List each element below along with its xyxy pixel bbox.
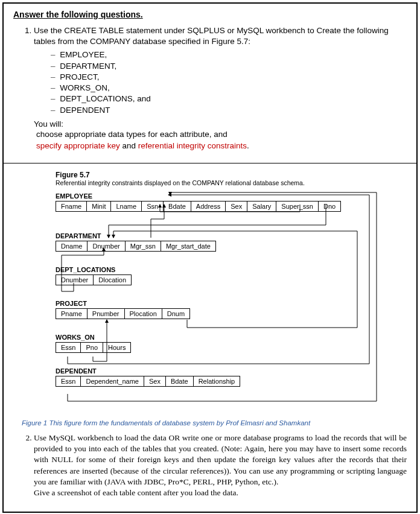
- list-item: DEPARTMENT,: [51, 61, 407, 72]
- col: Relationship: [193, 376, 240, 386]
- page: Answer the following questions. Use the …: [2, 2, 418, 513]
- col: Pname: [56, 308, 88, 319]
- section-heading: Answer the following questions.: [13, 10, 407, 19]
- col: Hours: [103, 342, 131, 352]
- separator: [4, 163, 416, 163]
- list-item: WORKS_ON,: [51, 83, 407, 94]
- col: Essn: [56, 376, 81, 386]
- q1-table-list: EMPLOYEE, DEPARTMENT, PROJECT, WORKS_ON,…: [51, 49, 407, 115]
- q1-text: Use the CREATE TABLE statement under SQL…: [34, 26, 389, 46]
- col: Super_ssn: [276, 201, 319, 211]
- questions-list-2: Use MySQL workbench to load the data OR …: [13, 433, 407, 498]
- col: Dname: [56, 241, 88, 251]
- red-text-1: specify appropriate key: [36, 141, 120, 150]
- list-item: DEPENDENT: [51, 105, 407, 116]
- question-1: Use the CREATE TABLE statement under SQL…: [34, 25, 407, 116]
- schema-label-department: DEPARTMENT: [56, 232, 384, 240]
- col: Mgr_start_date: [161, 241, 215, 251]
- schema-label-project: PROJECT: [56, 300, 384, 307]
- col: Address: [191, 201, 225, 211]
- q2-text: Use MySQL workbench to load the data OR …: [34, 433, 407, 486]
- youwill-and: and: [120, 141, 138, 150]
- col: Dnumber: [56, 274, 94, 285]
- red-text-2: referential integrity constraints: [138, 141, 247, 150]
- schema-employee: Fname Minit Lname Ssn Bdate Address Sex …: [56, 201, 341, 212]
- col: Essn: [56, 342, 81, 352]
- list-item: EMPLOYEE,: [51, 49, 407, 60]
- col: Pnumber: [87, 308, 124, 319]
- col: Plocation: [124, 308, 162, 319]
- youwill-lead: You will:: [34, 119, 407, 128]
- youwill-dot: .: [247, 141, 249, 150]
- col: Bdate: [165, 376, 193, 386]
- figure-caption: Figure 1 This figure form the fundamenta…: [22, 419, 407, 427]
- col: Pno: [81, 342, 103, 352]
- col: Dnumber: [88, 241, 125, 251]
- schema-dependent: Essn Dependent_name Sex Bdate Relationsh…: [56, 376, 240, 387]
- col: Minit: [87, 201, 111, 211]
- col: Dnum: [162, 308, 189, 319]
- col: Fname: [56, 201, 87, 211]
- col: Ssn: [142, 201, 164, 211]
- youwill-line-1: choose appropriate data types for each a…: [36, 128, 407, 141]
- col: Sex: [226, 201, 247, 211]
- col: Dlocation: [94, 274, 132, 285]
- schema-workson: Essn Pno Hours: [56, 342, 131, 353]
- schema-project: Pname Pnumber Plocation Dnum: [56, 308, 190, 319]
- question-2: Use MySQL workbench to load the data OR …: [34, 433, 407, 498]
- schema-label-dependent: DEPENDENT: [56, 367, 384, 375]
- list-item: DEPT_LOCATIONS, and: [51, 94, 407, 104]
- figure-subtitle: Referential integrity constraints displa…: [56, 179, 384, 186]
- col: Dependent_name: [81, 376, 144, 386]
- schema-label-deptloc: DEPT_LOCATIONS: [56, 266, 384, 273]
- figure-5-7: Figure 5.7 Referential integrity constra…: [56, 171, 384, 406]
- col: Sex: [144, 376, 165, 386]
- col: Mgr_ssn: [125, 241, 161, 251]
- youwill-line-2: specify appropriate key and referential …: [36, 140, 407, 152]
- schema-department: Dname Dnumber Mgr_ssn Mgr_start_date: [56, 241, 216, 252]
- schema-label-employee: EMPLOYEE: [56, 192, 384, 200]
- col: Lname: [111, 201, 142, 211]
- col: Salary: [247, 201, 276, 211]
- schema-label-workson: WORKS_ON: [56, 334, 384, 341]
- col: Dno: [318, 201, 340, 211]
- questions-list: Use the CREATE TABLE statement under SQL…: [13, 25, 407, 116]
- q2-text-2: Give a screenshot of each table content …: [34, 488, 238, 497]
- col: Bdate: [164, 201, 191, 211]
- list-item: PROJECT,: [51, 72, 407, 83]
- figure-title: Figure 5.7: [56, 171, 384, 179]
- schema-deptloc: Dnumber Dlocation: [56, 274, 132, 285]
